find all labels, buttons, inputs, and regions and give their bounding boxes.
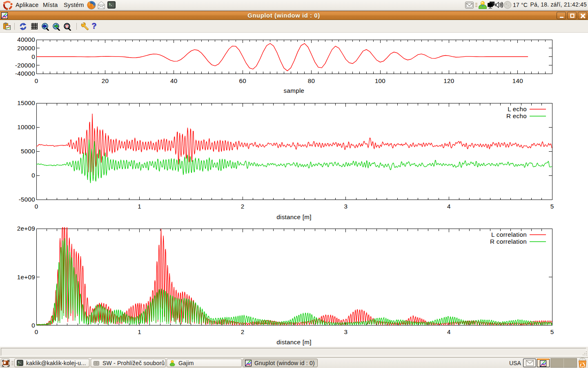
svg-text:40: 40 — [170, 77, 178, 84]
svg-text:0: 0 — [35, 77, 38, 84]
svg-text:R correlation: R correlation — [490, 238, 527, 245]
svg-text:0: 0 — [31, 53, 35, 60]
svg-text:4: 4 — [447, 203, 451, 210]
svg-text:distance [m]: distance [m] — [276, 213, 311, 220]
svg-text:0: 0 — [31, 172, 35, 179]
svg-text:10000: 10000 — [17, 123, 35, 130]
svg-text:R echo: R echo — [506, 112, 527, 119]
svg-text:60: 60 — [239, 77, 246, 84]
svg-text:-40000: -40000 — [15, 70, 35, 77]
svg-text:L echo: L echo — [508, 105, 527, 112]
svg-text:100: 100 — [375, 77, 385, 84]
svg-text:40000: 40000 — [17, 36, 35, 43]
svg-text:120: 120 — [443, 77, 454, 84]
svg-text:0: 0 — [31, 322, 35, 329]
svg-text:4: 4 — [447, 328, 451, 335]
svg-text:2: 2 — [241, 203, 245, 210]
svg-text:15000: 15000 — [17, 99, 35, 106]
svg-text:2e+09: 2e+09 — [17, 225, 35, 232]
svg-text:1: 1 — [138, 203, 141, 210]
svg-text:5: 5 — [550, 203, 554, 210]
svg-text:3: 3 — [344, 328, 347, 335]
svg-text:L correlation: L correlation — [491, 231, 527, 238]
svg-text:1e+09: 1e+09 — [17, 274, 35, 280]
svg-text:140: 140 — [512, 77, 523, 84]
svg-text:80: 80 — [308, 77, 315, 84]
svg-text:sample: sample — [284, 87, 305, 94]
svg-text:-5000: -5000 — [19, 196, 35, 203]
svg-text:20000: 20000 — [17, 45, 35, 52]
svg-text:distance [m]: distance [m] — [276, 339, 311, 346]
svg-text:-20000: -20000 — [15, 62, 35, 69]
svg-text:0: 0 — [35, 328, 38, 335]
svg-text:5: 5 — [550, 328, 554, 335]
svg-text:5000: 5000 — [21, 148, 35, 155]
svg-text:3: 3 — [344, 203, 347, 210]
svg-text:1: 1 — [138, 328, 141, 335]
svg-text:0: 0 — [35, 203, 38, 210]
svg-text:20: 20 — [102, 77, 109, 84]
svg-text:2: 2 — [241, 328, 245, 335]
